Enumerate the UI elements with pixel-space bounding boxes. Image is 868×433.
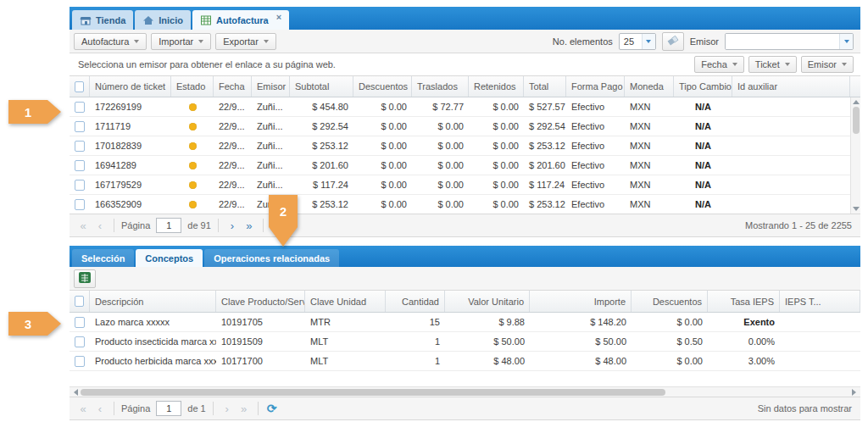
combo-trigger[interactable]	[642, 34, 655, 49]
descuentos-cell: $ 0.00	[353, 175, 412, 194]
scroll-left-arrow-icon[interactable]	[74, 389, 78, 396]
autofactura-menu-button[interactable]: Autofactura	[74, 33, 147, 50]
page-size-combo[interactable]: 25	[619, 33, 656, 50]
column-header-importe[interactable]: Importe	[530, 291, 632, 312]
column-header-valor-unitario[interactable]: Valor Unitario	[445, 291, 530, 312]
emisor-cell: Zuñi...	[252, 117, 290, 136]
last-page-button[interactable]: »	[242, 218, 256, 233]
concept-row[interactable]: Producto herbicida marca xxxxx. 10171700…	[70, 352, 860, 371]
tab-seleccion[interactable]: Selección	[72, 249, 134, 267]
column-header-estado[interactable]: Estado	[171, 76, 214, 97]
ticket-filter-button[interactable]: Ticket	[748, 56, 797, 73]
next-page-button[interactable]: ›	[225, 218, 239, 233]
column-header-moneda[interactable]: Moneda	[625, 76, 674, 97]
next-page-button[interactable]: ›	[220, 401, 234, 416]
page-count-label: de 91	[187, 220, 211, 230]
estado-cell	[171, 195, 214, 214]
column-header-id-auxiliar[interactable]: Id auxiliar	[732, 76, 850, 97]
row-checkbox[interactable]	[75, 336, 85, 347]
column-header-ticket[interactable]: Número de ticket	[90, 76, 171, 97]
chevron-down-icon	[646, 40, 651, 43]
select-all-checkbox[interactable]	[70, 291, 90, 312]
emisor-input[interactable]	[726, 34, 839, 49]
concept-row[interactable]: Lazo marca xxxxx 10191705 MTR 15 $ 9.88 …	[70, 313, 860, 332]
scroll-up-arrow-icon[interactable]	[853, 100, 860, 104]
column-header-subtotal[interactable]: Subtotal	[290, 76, 353, 97]
clear-filter-button[interactable]	[662, 32, 684, 51]
scroll-right-arrow-icon[interactable]	[852, 389, 856, 396]
row-checkbox[interactable]	[75, 102, 85, 113]
scroll-down-arrow-icon[interactable]	[853, 207, 860, 211]
ticket-row[interactable]: 170182839 22/9... Zuñi... $ 253.12 $ 0.0…	[70, 136, 850, 156]
row-checkbox[interactable]	[75, 180, 85, 191]
select-all-checkbox[interactable]	[70, 76, 90, 97]
no-elementos-label: No. elementos	[553, 36, 613, 47]
last-page-button[interactable]: »	[237, 401, 251, 416]
button-label: Exportar	[223, 36, 259, 47]
fecha-filter-button[interactable]: Fecha	[694, 56, 744, 73]
horizontal-scrollbar[interactable]	[70, 386, 860, 397]
prev-page-button[interactable]: ‹	[93, 401, 107, 416]
column-header-descripcion[interactable]: Descripción	[90, 291, 216, 312]
ticket-row[interactable]: 167179529 22/9... Zuñi... $ 117.24 $ 0.0…	[70, 175, 850, 195]
checkbox-icon[interactable]	[75, 81, 84, 92]
scrollbar-thumb[interactable]	[853, 107, 860, 134]
column-header-ieps-t[interactable]: IEPS T...	[780, 291, 860, 312]
emisor-combo[interactable]	[725, 33, 854, 50]
chevron-down-icon	[785, 63, 790, 66]
export-excel-button[interactable]	[74, 269, 96, 288]
scrollbar-thumb[interactable]	[81, 389, 665, 396]
first-page-button[interactable]: «	[76, 218, 90, 233]
tab-conceptos[interactable]: Conceptos	[136, 249, 203, 267]
close-icon[interactable]: ×	[276, 13, 281, 21]
tab-tienda[interactable]: Tienda	[72, 10, 133, 30]
ticket-row[interactable]: 166352909 22/9... Zuñi... $ 253.12 $ 0.0…	[70, 195, 850, 214]
column-header-clave-producto[interactable]: Clave Producto/Serv...	[216, 291, 305, 312]
column-header-total[interactable]: Total	[524, 76, 566, 97]
importar-menu-button[interactable]: Importar	[151, 33, 211, 50]
combo-trigger[interactable]	[839, 34, 853, 49]
row-checkbox[interactable]	[75, 317, 85, 328]
checkbox-icon[interactable]	[75, 296, 84, 307]
page-number-input[interactable]	[156, 401, 181, 416]
tab-inicio[interactable]: Inicio	[135, 10, 191, 30]
ticket-row[interactable]: 172269199 22/9... Zuñi... $ 454.80 $ 0.0…	[70, 97, 850, 117]
row-checkbox[interactable]	[75, 356, 85, 367]
exportar-menu-button[interactable]: Exportar	[215, 33, 276, 50]
column-header-cantidad[interactable]: Cantidad	[386, 291, 445, 312]
column-header-descuentos[interactable]: Descuentos	[353, 76, 412, 97]
concept-row[interactable]: Producto insecticida marca xxx... 101915…	[70, 332, 860, 352]
row-checkbox[interactable]	[75, 160, 85, 171]
ticket-row[interactable]: 1711719 22/9... Zuñi... $ 292.54 $ 0.00 …	[70, 117, 850, 136]
id-auxiliar-cell	[732, 117, 850, 136]
emisor-filter-button[interactable]: Emisor	[801, 56, 854, 73]
row-checkbox[interactable]	[75, 141, 85, 152]
column-header-clave-unidad[interactable]: Clave Unidad	[305, 291, 386, 312]
column-header-forma-pago[interactable]: Forma Pago	[566, 76, 625, 97]
column-header-emisor[interactable]: Emisor	[252, 76, 290, 97]
emisor-info-message: Selecciona un emisor para obtener el enl…	[78, 59, 336, 69]
ticket-row[interactable]: 16941289 22/9... Zuñi... $ 201.60 $ 0.00…	[70, 156, 850, 175]
column-header-retenidos[interactable]: Retenidos	[469, 76, 524, 97]
first-page-button[interactable]: «	[76, 401, 90, 416]
tab-autofactura[interactable]: Autofactura ×	[192, 10, 289, 30]
column-header-descuentos[interactable]: Descuentos	[632, 291, 708, 312]
subtotal-cell: $ 454.80	[290, 97, 353, 116]
column-header-traslados[interactable]: Traslados	[412, 76, 469, 97]
page-number-input[interactable]	[156, 218, 181, 233]
traslados-cell: $ 0.00	[412, 136, 469, 155]
traslados-cell: $ 0.00	[412, 156, 469, 175]
row-checkbox[interactable]	[75, 121, 85, 132]
chevron-down-icon	[198, 40, 203, 43]
column-header-tipo-cambio[interactable]: Tipo Cambio	[674, 76, 732, 97]
callout-arrow-tip	[47, 100, 61, 124]
vertical-scrollbar[interactable]	[850, 97, 860, 214]
row-checkbox[interactable]	[75, 199, 85, 210]
prev-page-button[interactable]: ‹	[93, 218, 107, 233]
refresh-icon[interactable]: ⟳	[265, 401, 279, 416]
tab-operaciones-relacionadas[interactable]: Operaciones relacionadas	[204, 249, 339, 267]
ticket-number-cell: 16941289	[90, 156, 171, 175]
id-auxiliar-cell	[732, 195, 850, 214]
column-header-fecha[interactable]: Fecha	[214, 76, 252, 97]
column-header-tasa-ieps[interactable]: Tasa IEPS	[708, 291, 780, 312]
